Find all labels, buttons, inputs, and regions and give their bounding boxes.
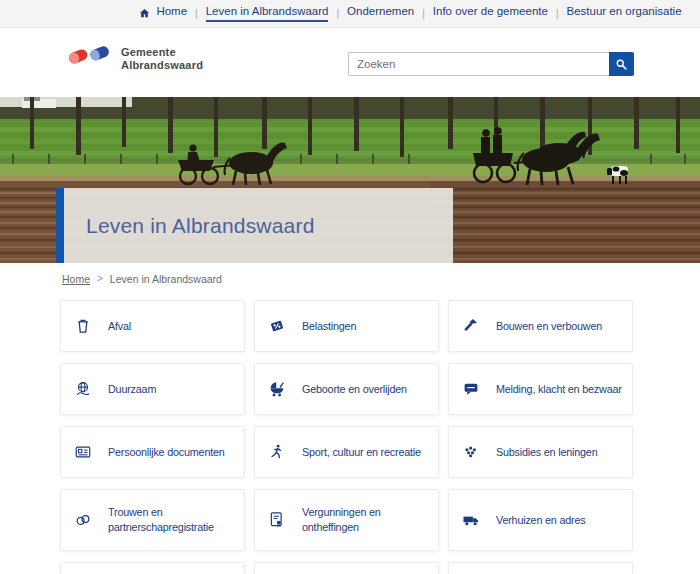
speech-bubble-icon bbox=[462, 380, 480, 398]
topic-label: Subsidies en leningen bbox=[496, 445, 597, 460]
page-title: Leven in Albrandswaard bbox=[86, 214, 315, 238]
topic-label: Sport, cultuur en recreatie bbox=[302, 445, 421, 460]
topic-label: Afval bbox=[108, 319, 131, 334]
topic-label: Vergunningen en ontheffingen bbox=[302, 505, 432, 534]
topic-card-belastingen[interactable]: Belastingen bbox=[254, 300, 439, 352]
search-bar bbox=[348, 52, 634, 76]
logo-line2: Albrandswaard bbox=[121, 59, 203, 72]
topic-card-bouwen-en-verbouwen[interactable]: Bouwen en verbouwen bbox=[448, 300, 633, 352]
runner-icon bbox=[268, 443, 286, 461]
topic-card-trouwen-en-partnerschapregistratie[interactable]: Trouwen en partnerschapregistratie bbox=[60, 489, 245, 551]
topic-card-verhuizen-en-adres[interactable]: Verhuizen en adres bbox=[448, 489, 633, 551]
topic-card-grid: Afval Belastingen Bouwen en verbouwen Du… bbox=[0, 300, 700, 574]
home-icon bbox=[138, 7, 151, 20]
nav-item-leven-in-albrandswaard[interactable]: Leven in Albrandswaard bbox=[198, 5, 337, 22]
topic-label: Persoonlijke documenten bbox=[108, 445, 225, 460]
logo-mark-icon bbox=[66, 41, 112, 69]
moving-truck-icon bbox=[462, 511, 480, 529]
nav-item-bestuur-en-organisatie[interactable]: Bestuur en organisatie bbox=[559, 5, 690, 22]
topic-label: Melding, klacht en bezwaar bbox=[496, 382, 622, 397]
hammer-icon bbox=[462, 317, 480, 335]
trash-icon bbox=[74, 317, 92, 335]
nav-item-home[interactable]: Home bbox=[130, 5, 195, 22]
topic-card-vergunningen-en-ontheffingen[interactable]: Vergunningen en ontheffingen bbox=[254, 489, 439, 551]
nav-item-info-over-de-gemeente[interactable]: Info over de gemeente bbox=[425, 5, 556, 22]
nav-item-label: Leven in Albrandswaard bbox=[206, 5, 329, 22]
logo-line1: Gemeente bbox=[121, 46, 203, 59]
topic-label: Trouwen en partnerschapregistratie bbox=[108, 505, 238, 534]
nav-item-label: Info over de gemeente bbox=[433, 5, 548, 22]
topic-card-partial[interactable] bbox=[254, 562, 439, 574]
topic-label: Duurzaam bbox=[108, 382, 156, 397]
search-button[interactable] bbox=[609, 52, 634, 76]
id-card-icon bbox=[74, 443, 92, 461]
page-title-panel: Leven in Albrandswaard bbox=[56, 188, 453, 263]
hero-banner: Leven in Albrandswaard bbox=[0, 97, 700, 263]
breadcrumb-home-link[interactable]: Home bbox=[62, 273, 90, 285]
topic-label: Verhuizen en adres bbox=[496, 513, 585, 528]
topic-card-persoonlijke-documenten[interactable]: Persoonlijke documenten bbox=[60, 426, 245, 478]
rings-icon bbox=[74, 511, 92, 529]
coins-icon bbox=[462, 443, 480, 461]
stamped-document-icon bbox=[268, 511, 286, 529]
search-input[interactable] bbox=[348, 52, 609, 76]
pram-icon bbox=[268, 380, 286, 398]
tax-icon bbox=[268, 317, 286, 335]
municipality-logo[interactable]: Gemeente Albrandswaard bbox=[66, 41, 203, 72]
top-navigation: Home | Leven in Albrandswaard | Ondernem… bbox=[0, 0, 700, 28]
site-header: Gemeente Albrandswaard bbox=[0, 28, 700, 97]
topic-card-duurzaam[interactable]: Duurzaam bbox=[60, 363, 245, 415]
topic-label: Bouwen en verbouwen bbox=[496, 319, 602, 334]
nav-item-label: Ondernemen bbox=[347, 5, 414, 22]
topic-card-partial[interactable] bbox=[60, 562, 245, 574]
nav-item-ondernemen[interactable]: Ondernemen bbox=[339, 5, 422, 22]
logo-text: Gemeente Albrandswaard bbox=[121, 41, 203, 72]
topic-card-afval[interactable]: Afval bbox=[60, 300, 245, 352]
topic-card-geboorte-en-overlijden[interactable]: Geboorte en overlijden bbox=[254, 363, 439, 415]
topic-label: Belastingen bbox=[302, 319, 356, 334]
nav-item-label: Home bbox=[156, 5, 187, 22]
globe-icon bbox=[74, 380, 92, 398]
topic-card-sport-cultuur-en-recreatie[interactable]: Sport, cultuur en recreatie bbox=[254, 426, 439, 478]
breadcrumb: Home > Leven in Albrandswaard bbox=[0, 263, 700, 300]
topic-card-melding-klacht-en-bezwaar[interactable]: Melding, klacht en bezwaar bbox=[448, 363, 633, 415]
topic-label: Geboorte en overlijden bbox=[302, 382, 407, 397]
topic-card-subsidies-en-leningen[interactable]: Subsidies en leningen bbox=[448, 426, 633, 478]
breadcrumb-separator: > bbox=[97, 273, 103, 284]
topic-card-partial[interactable] bbox=[448, 562, 633, 574]
nav-item-label: Bestuur en organisatie bbox=[567, 5, 682, 22]
search-icon bbox=[614, 57, 629, 72]
breadcrumb-current: Leven in Albrandswaard bbox=[110, 273, 222, 285]
